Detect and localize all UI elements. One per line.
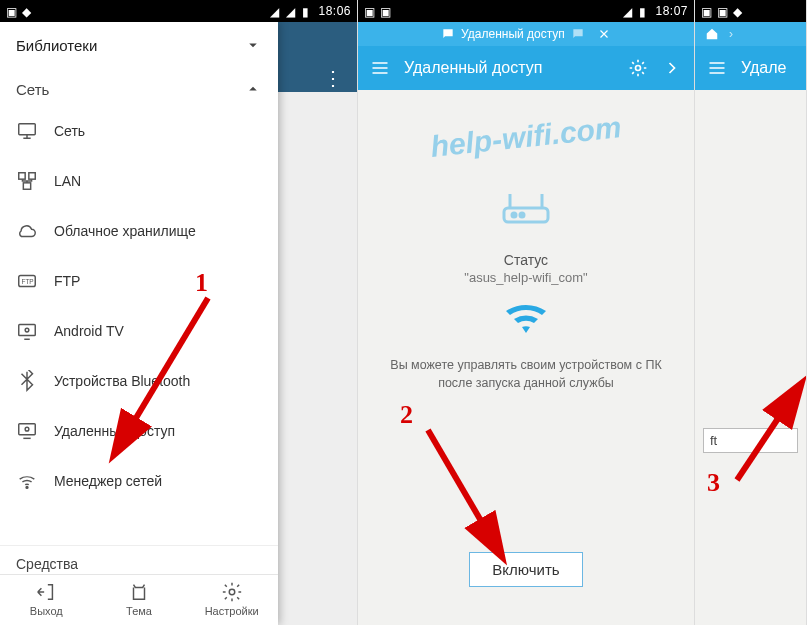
svg-point-9: [25, 427, 29, 431]
ftp-icon: FTP: [16, 270, 38, 292]
section-libraries-label: Библиотеки: [16, 37, 97, 54]
tv-icon: [16, 320, 38, 342]
tab-theme-label: Тема: [126, 605, 152, 617]
monitor-icon: [16, 120, 38, 142]
shield-icon: ◆: [22, 5, 34, 17]
remote-icon: [16, 420, 38, 442]
section-network-label: Сеть: [16, 81, 49, 98]
tab-theme[interactable]: Тема: [104, 581, 174, 617]
status-block: Статус "asus_help-wifi_com": [366, 252, 686, 285]
bottom-bar: Выход Тема Настройки: [0, 574, 278, 625]
menu-icon[interactable]: [707, 58, 727, 78]
signal-icon: ◢: [270, 5, 282, 17]
svg-text:FTP: FTP: [22, 278, 34, 285]
notification-bar[interactable]: ›: [695, 22, 806, 46]
square-icon: ▣: [6, 5, 18, 17]
battery-icon: ▮: [302, 5, 314, 17]
menu-item-label: Устройства Bluetooth: [54, 373, 190, 389]
clock-text: 18:06: [318, 4, 351, 18]
status-bar: ▣ ◆ ◢ ◢ ▮ 18:06: [0, 0, 357, 22]
menu-item-remote-access[interactable]: Удаленный доступ: [0, 406, 278, 456]
svg-point-15: [512, 213, 516, 217]
chat2-icon: [571, 27, 585, 41]
phone-screenshot-1: ▣ ◆ ◢ ◢ ▮ 18:06 ⋮ ом с ПК Библиотеки Сет…: [0, 0, 358, 625]
address-input[interactable]: ft: [703, 428, 798, 453]
bluetooth-icon: [16, 370, 38, 392]
tab-exit[interactable]: Выход: [11, 581, 81, 617]
notification-text: Удаленный доступ: [461, 27, 565, 41]
close-icon[interactable]: [597, 27, 611, 41]
menu-item-network[interactable]: Сеть: [0, 106, 278, 156]
content-area: Вве ft: [695, 90, 806, 625]
clock-text: 18:07: [655, 4, 688, 18]
status-bar: ▣ ▣ ◢ ▮ 18:07: [358, 0, 694, 22]
app-bar: Удале: [695, 46, 806, 90]
svg-rect-3: [23, 183, 30, 189]
menu-list: Сеть LAN Облачное хранилище FTP FTP Andr…: [0, 106, 278, 545]
content-area: help-wifi.com Статус "asus_help-wifi_com…: [358, 90, 694, 625]
shield-icon: ◆: [733, 5, 745, 17]
chat-icon: [441, 27, 455, 41]
theme-icon: [128, 581, 150, 603]
section-libraries[interactable]: Библиотеки: [0, 22, 278, 68]
chevron-down-icon: [244, 36, 262, 54]
status-value: "asus_help-wifi_com": [366, 270, 686, 285]
status-label: Статус: [366, 252, 686, 268]
svg-rect-0: [19, 124, 36, 135]
gear-icon: [221, 581, 243, 603]
input-label: Вве: [703, 410, 798, 424]
chevron-right-icon[interactable]: [662, 58, 682, 78]
menu-item-label: Облачное хранилище: [54, 223, 196, 239]
overflow-menu-icon[interactable]: ⋮: [323, 66, 343, 90]
menu-item-cloud[interactable]: Облачное хранилище: [0, 206, 278, 256]
svg-rect-2: [29, 173, 35, 179]
menu-item-label: Сеть: [54, 123, 85, 139]
drawer-scrim: ⋮: [278, 22, 357, 625]
svg-point-11: [229, 589, 235, 595]
square-icon: ▣: [701, 5, 713, 17]
app-bar: Удаленный доступ: [358, 46, 694, 90]
menu-item-network-manager[interactable]: Менеджер сетей: [0, 456, 278, 506]
wifi-icon: [16, 470, 38, 492]
menu-item-bluetooth[interactable]: Устройства Bluetooth: [0, 356, 278, 406]
section-network[interactable]: Сеть: [0, 68, 278, 106]
menu-item-label: FTP: [54, 273, 80, 289]
appbar-title: Удаленный доступ: [404, 59, 614, 77]
menu-item-label: Удаленный доступ: [54, 423, 175, 439]
menu-icon[interactable]: [370, 58, 390, 78]
appbar-title: Удале: [741, 59, 794, 77]
navigation-drawer: Библиотеки Сеть Сеть LAN Облачное хранил: [0, 22, 278, 625]
svg-point-13: [636, 66, 641, 71]
tab-settings-label: Настройки: [205, 605, 259, 617]
svg-point-10: [26, 487, 28, 489]
square-icon: ▣: [380, 5, 392, 17]
enable-button[interactable]: Включить: [469, 552, 582, 587]
router-icon: [366, 178, 686, 232]
description-text: Вы можете управлять своим устройством с …: [366, 357, 686, 392]
lan-icon: [16, 170, 38, 192]
svg-rect-1: [19, 173, 25, 179]
menu-item-label: LAN: [54, 173, 81, 189]
menu-item-label: Android TV: [54, 323, 124, 339]
exit-icon: [35, 581, 57, 603]
section-tools-label[interactable]: Средства: [0, 545, 278, 574]
signal-icon: ◢: [623, 5, 635, 17]
watermark-text: help-wifi.com: [358, 103, 695, 172]
gear-icon[interactable]: [628, 58, 648, 78]
phone-screenshot-3: ▣ ▣ ◆ › Удале Вве ft 3: [695, 0, 807, 625]
battery-icon: ▮: [639, 5, 651, 17]
svg-rect-6: [19, 325, 36, 336]
cloud-icon: [16, 220, 38, 242]
wifi-large-icon: [366, 299, 686, 343]
svg-point-16: [520, 213, 524, 217]
menu-item-ftp[interactable]: FTP FTP: [0, 256, 278, 306]
chevron-up-icon: [244, 80, 262, 98]
svg-rect-8: [19, 424, 36, 435]
tab-settings[interactable]: Настройки: [197, 581, 267, 617]
notification-bar[interactable]: Удаленный доступ: [358, 22, 694, 46]
tab-exit-label: Выход: [30, 605, 63, 617]
menu-item-label: Менеджер сетей: [54, 473, 162, 489]
menu-item-lan[interactable]: LAN: [0, 156, 278, 206]
status-bar: ▣ ▣ ◆: [695, 0, 806, 22]
menu-item-androidtv[interactable]: Android TV: [0, 306, 278, 356]
